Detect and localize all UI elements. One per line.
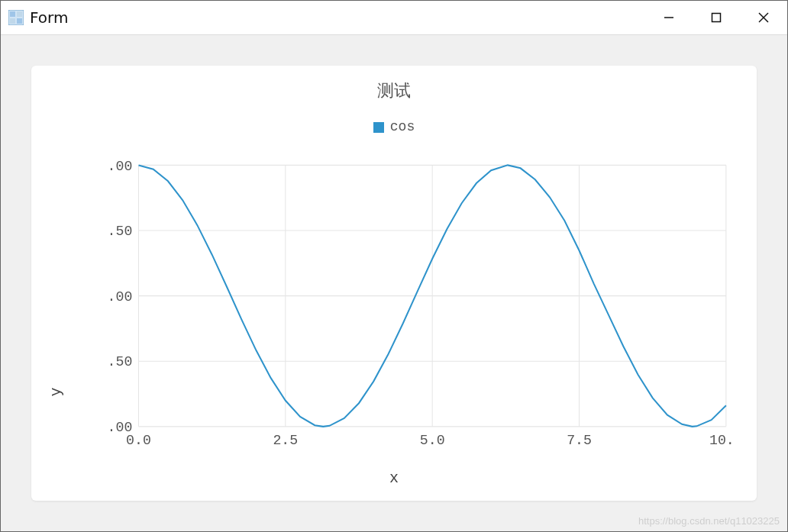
plot-svg: 0.02.55.07.510.0-1.00-0.500.000.501.00 xyxy=(108,157,734,450)
minimize-button[interactable] xyxy=(645,1,693,34)
titlebar[interactable]: Form xyxy=(1,1,787,35)
svg-rect-3 xyxy=(10,18,15,24)
close-button[interactable] xyxy=(740,1,787,34)
svg-text:2.5: 2.5 xyxy=(273,433,298,449)
svg-text:1.00: 1.00 xyxy=(108,158,132,174)
content-area: 测试 cos y 0.02.55.07.510.0-1.00-0.500.000… xyxy=(1,35,787,531)
svg-text:-1.00: -1.00 xyxy=(108,420,132,436)
svg-text:5.0: 5.0 xyxy=(420,433,445,449)
chart-legend[interactable]: cos xyxy=(31,119,757,134)
svg-text:0.50: 0.50 xyxy=(108,224,132,240)
svg-text:10.0: 10.0 xyxy=(709,433,734,449)
window-title: Form xyxy=(30,8,68,27)
x-axis-label: x xyxy=(31,469,757,487)
legend-swatch-icon xyxy=(373,121,384,132)
svg-text:0.00: 0.00 xyxy=(108,289,132,305)
app-window: Form 测试 cos xyxy=(0,0,788,532)
svg-rect-9 xyxy=(373,122,384,133)
app-icon xyxy=(8,10,24,25)
svg-rect-6 xyxy=(712,14,721,22)
title-left: Form xyxy=(1,8,68,27)
chart-card: 测试 cos y 0.02.55.07.510.0-1.00-0.500.000… xyxy=(31,66,757,501)
svg-rect-1 xyxy=(10,11,15,17)
svg-rect-2 xyxy=(17,11,22,17)
watermark-text: https://blog.csdn.net/q11023225 xyxy=(638,515,780,527)
svg-text:7.5: 7.5 xyxy=(567,433,592,449)
chart-title: 测试 xyxy=(31,79,757,102)
maximize-button[interactable] xyxy=(693,1,740,34)
legend-series-label: cos xyxy=(390,119,415,134)
plot-area[interactable]: 0.02.55.07.510.0-1.00-0.500.000.501.00 xyxy=(108,157,734,450)
svg-text:-0.50: -0.50 xyxy=(108,354,132,370)
window-controls xyxy=(645,1,787,34)
svg-rect-4 xyxy=(17,18,22,24)
